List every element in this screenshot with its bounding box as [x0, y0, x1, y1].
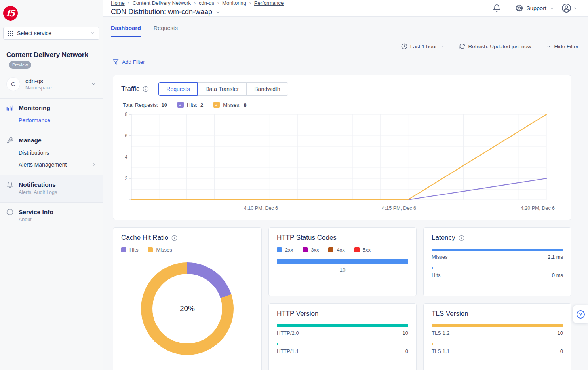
latency-title: Latency: [432, 234, 455, 242]
tls-version-title: TLS Version: [432, 310, 563, 318]
sidebar-section-service-info[interactable]: Service Info About: [0, 202, 103, 230]
svg-text:4: 4: [125, 154, 127, 160]
http-status-codes-panel: HTTP Status Codes 2xx 3xx 4xx 5xx 10: [268, 227, 417, 296]
info-icon[interactable]: [459, 235, 464, 241]
header-divider: [508, 3, 508, 13]
info-icon: [6, 209, 13, 216]
add-filter-label: Add Filter: [122, 59, 145, 65]
breadcrumb-cdn[interactable]: Content Delivery Network: [133, 0, 191, 6]
cache-hit-percent: 20%: [141, 262, 234, 355]
breadcrumb-home[interactable]: Home: [111, 0, 125, 6]
traffic-line-chart: 24684:10 PM, Dec 64:15 PM, Dec 64:20 PM,…: [121, 110, 563, 213]
legend-3xx: 3xx: [303, 247, 319, 253]
http11-bar: [277, 343, 278, 345]
apps-grid-icon: [8, 30, 13, 36]
add-filter-button[interactable]: Add Filter: [113, 59, 145, 65]
hits-swatch: [121, 247, 126, 252]
misses-swatch: [148, 247, 153, 252]
breadcrumb-monitoring[interactable]: Monitoring: [222, 0, 246, 6]
breadcrumb: Home › Content Delivery Network › cdn-qs…: [111, 0, 284, 6]
status-2xx-value: 10: [277, 267, 408, 273]
preview-badge: Preview: [9, 61, 31, 69]
sidebar-item-service-info[interactable]: Service Info: [19, 209, 53, 216]
svg-text:4:20 PM, Dec 6: 4:20 PM, Dec 6: [521, 205, 555, 211]
legend-5xx: 5xx: [354, 247, 371, 253]
refresh-button[interactable]: Refresh: Updated just now: [459, 43, 531, 49]
time-range-select[interactable]: Last 1 hour: [401, 43, 444, 49]
tls11-bar: [432, 343, 433, 345]
app-root: f5 Select service Content Delivery Netwo…: [0, 0, 588, 370]
help-button[interactable]: ?: [573, 305, 588, 323]
sidebar-section-manage: Manage Distributions Alerts Management: [0, 131, 103, 175]
chevron-down-icon: [90, 31, 95, 36]
traffic-mode-requests[interactable]: Requests: [158, 82, 198, 96]
chevron-down-icon[interactable]: [215, 9, 221, 15]
4xx-swatch: [328, 247, 333, 252]
bar-chart-icon: [6, 104, 13, 112]
cache-hit-ratio-title: Cache Hit Ratio: [121, 234, 168, 242]
misses-toggle: ✓ Misses:8: [213, 102, 246, 108]
f5-logo: f5: [3, 6, 18, 21]
breadcrumb-separator: ›: [217, 0, 219, 6]
5xx-swatch: [354, 247, 360, 252]
page-title: CDN Distribution: wm-cdn-waap: [111, 8, 212, 16]
filter-toolbar: Last 1 hour Refresh: Updated just now Hi…: [103, 37, 588, 49]
sidebar-item-performance[interactable]: Performance: [19, 117, 96, 123]
svg-text:4:15 PM, Dec 6: 4:15 PM, Dec 6: [382, 205, 416, 211]
info-icon[interactable]: [171, 235, 177, 241]
traffic-mode-bandwidth[interactable]: Bandwidth: [246, 82, 288, 96]
status-2xx-bar: [277, 259, 408, 264]
svg-text:8: 8: [125, 112, 127, 117]
chevron-down-icon: [91, 82, 96, 87]
select-service-label: Select service: [17, 30, 51, 36]
svg-text:6: 6: [125, 133, 127, 139]
hits-checkbox[interactable]: ✓: [177, 102, 184, 108]
2xx-swatch: [277, 247, 282, 252]
time-range-label: Last 1 hour: [410, 44, 437, 49]
tls12-row: TLS 1.210: [432, 324, 563, 336]
namespace-avatar: C: [6, 77, 20, 91]
question-mark-icon: ?: [577, 310, 585, 319]
hits-toggle: ✓ Hits:2: [177, 102, 203, 108]
sidebar-section-monitoring: Monitoring Performance: [0, 98, 103, 131]
sidebar-item-notifications[interactable]: Notifications: [19, 181, 56, 188]
top-header: Home › Content Delivery Network › cdn-qs…: [103, 0, 588, 17]
legend-4xx: 4xx: [328, 247, 344, 253]
breadcrumb-separator: ›: [249, 0, 251, 6]
tab-dashboard[interactable]: Dashboard: [111, 25, 141, 37]
traffic-mode-data-transfer[interactable]: Data Transfer: [197, 82, 247, 96]
sidebar-section-notifications[interactable]: Notifications Alerts, Audit Logs: [0, 175, 103, 202]
namespace-name: cdn-qs: [25, 78, 52, 84]
main-area: Home › Content Delivery Network › cdn-qs…: [103, 0, 588, 370]
sidebar: f5 Select service Content Delivery Netwo…: [0, 0, 103, 370]
select-service-dropdown[interactable]: Select service: [3, 27, 99, 40]
misses-checkbox[interactable]: ✓: [213, 102, 220, 108]
sidebar-filler: [0, 230, 103, 370]
breadcrumb-performance[interactable]: Performance: [254, 0, 284, 6]
http-version-panel: HTTP Version HTTP/2.010 HTTP/1.10: [268, 303, 417, 370]
legend-hits: Hits: [121, 247, 138, 253]
latency-hits-bar: [432, 267, 433, 269]
breadcrumb-separator: ›: [194, 0, 196, 6]
legend-misses: Misses: [148, 247, 172, 253]
tls11-row: TLS 1.10: [432, 343, 563, 354]
legend-2xx: 2xx: [277, 247, 293, 253]
sidebar-item-distributions[interactable]: Distributions: [19, 150, 96, 156]
sidebar-item-manage[interactable]: Manage: [19, 137, 42, 144]
info-icon[interactable]: [143, 86, 149, 92]
sidebar-item-monitoring[interactable]: Monitoring: [19, 104, 50, 112]
breadcrumb-namespace[interactable]: cdn-qs: [199, 0, 214, 6]
user-avatar-menu[interactable]: [561, 3, 578, 13]
cache-hit-ratio-panel: Cache Hit Ratio Hits Misses: [113, 227, 262, 370]
latency-hits-row: Hits0 ms: [432, 267, 563, 278]
tab-requests[interactable]: Requests: [154, 25, 178, 37]
notifications-bell-icon[interactable]: [493, 4, 501, 12]
sidebar-item-alerts-management[interactable]: Alerts Management: [19, 161, 96, 168]
support-menu[interactable]: Support: [516, 4, 554, 12]
total-requests-stat: Total Requests:10: [123, 102, 167, 108]
namespace-selector[interactable]: C cdn-qs Namespace: [0, 72, 103, 98]
logo-wrap: f5: [0, 0, 103, 24]
tls12-bar: [432, 324, 563, 327]
hide-filter-button[interactable]: Hide Filter: [546, 44, 578, 49]
service-info-subtitle: About: [19, 217, 96, 222]
